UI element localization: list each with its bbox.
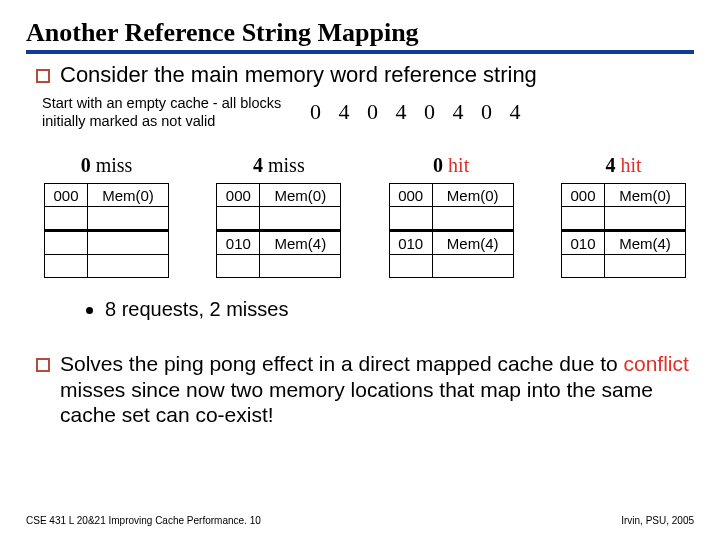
dot-bullet-icon (86, 307, 93, 314)
cell (88, 207, 169, 231)
step-result: hit (620, 154, 641, 176)
cell (561, 207, 604, 231)
cell (604, 255, 685, 278)
slide: Another Reference String Mapping Conside… (0, 0, 720, 540)
cell (389, 255, 432, 278)
cache-table-3: 000Mem(0) 010Mem(4) (561, 183, 686, 278)
cache-step-2-head: 0 hit (433, 154, 469, 177)
step-result: miss (268, 154, 305, 176)
cache-step-0-head: 0 miss (81, 154, 133, 177)
bullet-1-text: Consider the main memory word reference … (60, 62, 537, 88)
cache-tables-row: 0 miss 000Mem(0) 4 miss 000Mem(0) 010Mem… (44, 154, 686, 278)
bullet-2: Solves the ping pong effect in a direct … (36, 351, 694, 428)
cache-step-3: 4 hit 000Mem(0) 010Mem(4) (561, 154, 686, 278)
cell (260, 207, 341, 231)
bullet-2-text: Solves the ping pong effect in a direct … (60, 351, 694, 428)
subline-left: Start with an empty cache - all blocks i… (42, 94, 292, 130)
cache-table-1: 000Mem(0) 010Mem(4) (216, 183, 341, 278)
cell (45, 231, 88, 255)
cell (88, 255, 169, 278)
cache-step-2: 0 hit 000Mem(0) 010Mem(4) (389, 154, 514, 278)
cell: 010 (217, 231, 260, 255)
text-post: misses since now two memory locations th… (60, 378, 653, 427)
cell: 000 (217, 184, 260, 207)
cell: Mem(0) (260, 184, 341, 207)
cell: Mem(4) (604, 231, 685, 255)
cell: 000 (389, 184, 432, 207)
cell (260, 255, 341, 278)
cache-step-0: 0 miss 000Mem(0) (44, 154, 169, 278)
cache-step-1-head: 4 miss (253, 154, 305, 177)
cell: Mem(0) (604, 184, 685, 207)
footer-left: CSE 431 L 20&21 Improving Cache Performa… (26, 515, 261, 526)
bullet-1: Consider the main memory word reference … (36, 62, 694, 88)
square-bullet-icon (36, 69, 50, 83)
cache-step-1: 4 miss 000Mem(0) 010Mem(4) (216, 154, 341, 278)
cell (561, 255, 604, 278)
cell: 000 (45, 184, 88, 207)
reference-string: 0 4 0 4 0 4 0 4 (310, 99, 527, 125)
cell: 000 (561, 184, 604, 207)
cell (432, 255, 513, 278)
subline: Start with an empty cache - all blocks i… (42, 94, 694, 130)
page-title: Another Reference String Mapping (26, 18, 694, 54)
cache-step-3-head: 4 hit (605, 154, 641, 177)
cell (217, 255, 260, 278)
step-num: 4 (253, 154, 263, 176)
cell: Mem(4) (432, 231, 513, 255)
square-bullet-icon (36, 358, 50, 372)
cell: 010 (561, 231, 604, 255)
text-pre: Solves the ping pong effect in a direct … (60, 352, 624, 375)
cell (604, 207, 685, 231)
footer-right: Irvin, PSU, 2005 (621, 515, 694, 526)
cell: Mem(4) (260, 231, 341, 255)
requests-text: 8 requests, 2 misses (105, 298, 288, 321)
cell (88, 231, 169, 255)
step-result: miss (96, 154, 133, 176)
text-conflict: conflict (624, 352, 689, 375)
cell (432, 207, 513, 231)
step-num: 4 (605, 154, 615, 176)
cell: Mem(0) (432, 184, 513, 207)
cell: Mem(0) (88, 184, 169, 207)
requests-line: 8 requests, 2 misses (86, 298, 694, 321)
cell (217, 207, 260, 231)
cache-table-2: 000Mem(0) 010Mem(4) (389, 183, 514, 278)
cache-table-0: 000Mem(0) (44, 183, 169, 278)
step-result: hit (448, 154, 469, 176)
cell (45, 255, 88, 278)
step-num: 0 (433, 154, 443, 176)
cell (45, 207, 88, 231)
cell: 010 (389, 231, 432, 255)
cell (389, 207, 432, 231)
step-num: 0 (81, 154, 91, 176)
